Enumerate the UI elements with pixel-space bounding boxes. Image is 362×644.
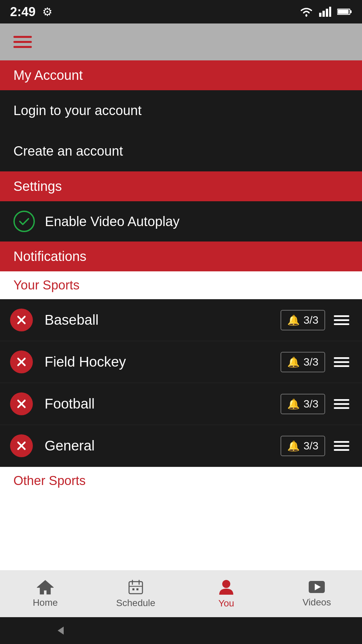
- bell-icon: 🔔: [287, 356, 300, 368]
- general-count: 3/3: [304, 440, 318, 452]
- sport-row-football: Football 🔔 3/3: [0, 383, 362, 425]
- nav-home[interactable]: Home: [0, 570, 90, 617]
- android-nav-bar: [0, 617, 362, 644]
- videos-icon: [308, 580, 325, 594]
- remove-icon: [15, 439, 28, 452]
- svg-point-23: [222, 580, 230, 588]
- field-hockey-name: Field Hockey: [33, 354, 281, 370]
- nav-home-label: Home: [33, 597, 58, 608]
- general-notif-badge[interactable]: 🔔 3/3: [281, 436, 325, 456]
- gear-icon: ⚙: [42, 5, 52, 18]
- check-icon: [18, 215, 30, 227]
- signal-icon: [319, 7, 331, 17]
- autoplay-label: Enable Video Autoplay: [45, 214, 180, 229]
- football-menu-icon[interactable]: [331, 396, 352, 412]
- bell-icon: 🔔: [287, 398, 300, 410]
- remove-icon: [15, 355, 28, 369]
- football-name: Football: [33, 396, 281, 412]
- sport-row-field-hockey: Field Hockey 🔔 3/3: [0, 341, 362, 383]
- nav-you[interactable]: You: [181, 570, 272, 617]
- status-bar: 2:49 ⚙: [0, 0, 362, 23]
- bell-icon: 🔔: [287, 440, 300, 452]
- remove-icon: [15, 313, 28, 327]
- other-sports-section: Other Sports: [0, 467, 362, 570]
- general-menu-icon[interactable]: [331, 438, 352, 453]
- remove-field-hockey-button[interactable]: [10, 351, 33, 373]
- svg-rect-22: [136, 588, 138, 590]
- other-sports-label: Other Sports: [13, 474, 85, 488]
- sport-row-general: General 🔔 3/3: [0, 425, 362, 467]
- wifi-icon: [300, 7, 313, 17]
- baseball-name: Baseball: [33, 312, 281, 328]
- field-hockey-notif-badge[interactable]: 🔔 3/3: [281, 352, 325, 372]
- settings-label: Settings: [13, 179, 62, 194]
- your-sports-section: Your Sports: [0, 271, 362, 299]
- home-button[interactable]: [171, 621, 191, 641]
- nav-videos-label: Videos: [302, 597, 331, 608]
- create-account-label: Create an account: [13, 144, 123, 158]
- sport-row-baseball: Baseball 🔔 3/3: [0, 299, 362, 341]
- field-hockey-count: 3/3: [304, 356, 318, 368]
- create-account-item[interactable]: Create an account: [0, 131, 362, 171]
- hamburger-line-2: [13, 41, 32, 43]
- field-hockey-menu-icon[interactable]: [331, 355, 352, 370]
- settings-section-header: Settings: [0, 171, 362, 201]
- nav-schedule-label: Schedule: [116, 598, 156, 608]
- football-count: 3/3: [304, 398, 318, 410]
- back-button[interactable]: [50, 621, 70, 641]
- hamburger-menu[interactable]: [13, 36, 32, 48]
- svg-rect-3: [326, 9, 328, 17]
- schedule-icon: [128, 579, 144, 595]
- svg-rect-21: [132, 588, 134, 590]
- remove-icon: [15, 397, 28, 411]
- svg-rect-2: [322, 11, 325, 17]
- battery-icon: [337, 8, 352, 15]
- remove-general-button[interactable]: [10, 434, 33, 457]
- football-notif-badge[interactable]: 🔔 3/3: [281, 394, 325, 414]
- status-time: 2:49: [10, 5, 36, 19]
- you-icon: [219, 579, 234, 595]
- svg-rect-7: [338, 10, 349, 14]
- home-icon: [37, 579, 54, 595]
- svg-marker-26: [58, 627, 64, 635]
- svg-rect-1: [319, 13, 321, 17]
- hamburger-line-1: [13, 36, 32, 38]
- nav-schedule[interactable]: Schedule: [90, 570, 181, 617]
- bottom-nav: Home Schedule You Videos: [0, 570, 362, 617]
- svg-marker-16: [38, 581, 53, 594]
- autoplay-toggle[interactable]: [13, 211, 35, 232]
- svg-rect-17: [129, 582, 142, 594]
- your-sports-label: Your Sports: [13, 278, 79, 292]
- svg-point-0: [305, 14, 307, 16]
- back-icon: [54, 625, 66, 637]
- autoplay-setting[interactable]: Enable Video Autoplay: [0, 201, 362, 241]
- header: [0, 23, 362, 60]
- bell-icon: 🔔: [287, 314, 300, 326]
- nav-you-label: You: [218, 598, 234, 609]
- status-icons: [300, 7, 352, 17]
- remove-football-button[interactable]: [10, 392, 33, 415]
- general-name: General: [33, 438, 281, 454]
- my-account-section-header: My Account: [0, 60, 362, 90]
- notifications-section-header: Notifications: [0, 241, 362, 271]
- notifications-label: Notifications: [13, 249, 86, 264]
- login-label: Login to your account: [13, 103, 141, 118]
- content-area: My Account Login to your account Create …: [0, 60, 362, 570]
- login-item[interactable]: Login to your account: [0, 90, 362, 131]
- hamburger-line-3: [13, 46, 32, 48]
- svg-rect-4: [329, 7, 331, 17]
- baseball-notif-badge[interactable]: 🔔 3/3: [281, 310, 325, 330]
- remove-baseball-button[interactable]: [10, 309, 33, 331]
- svg-rect-6: [350, 10, 352, 13]
- other-sports-label-container: Other Sports: [0, 467, 362, 495]
- nav-videos[interactable]: Videos: [272, 570, 362, 617]
- baseball-count: 3/3: [304, 314, 318, 326]
- my-account-label: My Account: [13, 68, 83, 83]
- baseball-menu-icon[interactable]: [331, 313, 352, 328]
- recents-button[interactable]: [292, 621, 312, 641]
